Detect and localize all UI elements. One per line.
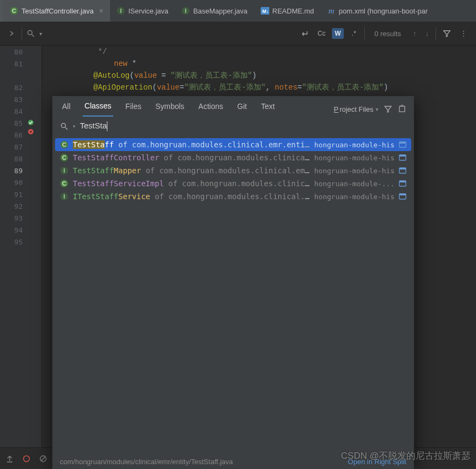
- svg-text:I: I: [63, 193, 65, 200]
- line-number: 82: [0, 81, 27, 93]
- tab-label: IService.java: [128, 7, 168, 15]
- result-row[interactable]: CTestStaffController of com.hongruan.mod…: [52, 151, 414, 164]
- result-row[interactable]: IITestStaffService of com.hongruan.modul…: [52, 190, 414, 203]
- svg-point-14: [24, 456, 30, 461]
- result-module: hongruan-module-his: [314, 141, 395, 149]
- svg-text:M↓: M↓: [262, 9, 269, 14]
- result-module: hongruan-module-his: [314, 167, 395, 175]
- svg-rect-35: [399, 181, 406, 182]
- dialog-footer: com/hongruan/modules/clinical/emr/entity…: [52, 453, 414, 469]
- result-row[interactable]: CTestStaff of com.hongruan.modules.clini…: [55, 138, 411, 151]
- no-bookmark-icon[interactable]: [39, 454, 47, 463]
- svg-rect-23: [399, 142, 406, 144]
- dialog-tab-git[interactable]: Git: [235, 102, 249, 116]
- interface-icon: I: [117, 6, 125, 15]
- filter-icon[interactable]: [443, 29, 451, 38]
- interface-icon: I: [181, 6, 190, 15]
- dialog-search-input[interactable]: TestSta: [80, 121, 406, 131]
- separator: [364, 27, 365, 40]
- prev-match-icon[interactable]: ↑: [413, 29, 417, 38]
- result-module: hongruan-module-his: [314, 193, 395, 201]
- svg-rect-17: [399, 106, 405, 112]
- svg-line-10: [32, 35, 34, 37]
- dialog-controls: Project Files ▾: [334, 105, 406, 113]
- pin-icon[interactable]: [398, 105, 406, 113]
- line-number: 90: [0, 176, 27, 188]
- dialog-tabs: AllClassesFilesSymbolsActionsGitText Pro…: [52, 96, 414, 117]
- module-icon: [399, 141, 406, 148]
- line-number: 95: [0, 236, 27, 248]
- svg-rect-31: [399, 168, 406, 169]
- file-tab[interactable]: mpom.xml (hongruan-boot-par: [321, 0, 434, 22]
- class-icon: C: [60, 153, 69, 162]
- line-number: 83: [0, 93, 27, 105]
- tab-label: README.md: [273, 7, 314, 15]
- svg-text:C: C: [62, 180, 66, 187]
- module-icon: [399, 193, 406, 200]
- scope-selector[interactable]: Project Files ▾: [334, 105, 378, 113]
- whole-word-toggle[interactable]: W: [332, 28, 344, 39]
- regex-toggle[interactable]: .*: [348, 28, 360, 39]
- interface-icon: I: [60, 192, 69, 201]
- chevron-right-icon[interactable]: [6, 28, 17, 39]
- file-tab[interactable]: IBaseMapper.java: [175, 0, 254, 22]
- filter-icon[interactable]: [384, 105, 392, 113]
- maven-icon: m: [327, 6, 336, 15]
- line-number: 81: [0, 58, 27, 70]
- dialog-tab-all[interactable]: All: [60, 102, 73, 116]
- gutter-line-numbers: 80818283848586878889909192939495: [0, 46, 27, 469]
- tab-label: TestStaffController.java: [22, 7, 93, 15]
- result-module: hongruan-module-his: [314, 154, 395, 162]
- result-module: hongruan-module-...: [314, 180, 395, 188]
- result-name: TestStaffController of com.hongruan.modu…: [73, 153, 310, 162]
- line-number: 92: [0, 200, 27, 212]
- dialog-tab-files[interactable]: Files: [123, 102, 144, 116]
- code-line[interactable]: new *: [42, 58, 476, 70]
- dialog-tab-text[interactable]: Text: [259, 102, 277, 116]
- result-row[interactable]: ITestStaffMapper of com.hongruan.modules…: [52, 164, 414, 177]
- separator: [436, 27, 436, 40]
- line-number: 85: [0, 117, 27, 129]
- code-line[interactable]: @ApiOperation(value="测试表，员工表-添加", notes=…: [42, 81, 476, 93]
- open-right-split-link[interactable]: Open in Right Split: [348, 458, 406, 466]
- svg-text:C: C: [12, 8, 16, 14]
- search-icon[interactable]: [26, 29, 35, 38]
- svg-text:m: m: [328, 6, 334, 15]
- dialog-tab-classes[interactable]: Classes: [83, 101, 114, 117]
- line-number: 80: [0, 46, 27, 58]
- search-everywhere-dialog: AllClassesFilesSymbolsActionsGitText Pro…: [52, 96, 414, 469]
- dropdown-caret-icon[interactable]: ▾: [73, 124, 76, 129]
- match-case-toggle[interactable]: Cc: [316, 28, 328, 39]
- svg-text:C: C: [62, 141, 66, 148]
- more-icon[interactable]: ⋮: [460, 29, 467, 38]
- svg-point-9: [28, 31, 32, 35]
- module-icon: [399, 180, 406, 187]
- file-tab[interactable]: M↓README.md: [254, 0, 321, 22]
- close-icon[interactable]: ×: [99, 6, 103, 15]
- class-icon: C: [60, 179, 69, 188]
- svg-line-19: [65, 127, 67, 130]
- tab-label: pom.xml (hongruan-boot-par: [339, 7, 428, 15]
- line-number: 89: [0, 165, 27, 176]
- result-name: TestStaffMapper of com.hongruan.modules.…: [73, 166, 310, 175]
- module-icon: [399, 167, 406, 174]
- result-name: TestStaffServiceImpl of com.hongruan.mod…: [73, 179, 310, 188]
- file-tab[interactable]: CTestStaffController.java×: [3, 0, 110, 22]
- svg-rect-27: [399, 155, 406, 157]
- dialog-tab-actions[interactable]: Actions: [196, 102, 226, 116]
- dropdown-caret-icon[interactable]: ▾: [39, 31, 42, 37]
- svg-text:C: C: [62, 154, 66, 161]
- next-match-icon[interactable]: ↓: [425, 29, 429, 38]
- code-line[interactable]: @AutoLog(value = "测试表，员工表-添加"): [42, 70, 476, 81]
- breakpoint-icon[interactable]: [23, 455, 30, 463]
- md-icon: M↓: [261, 6, 269, 15]
- result-row[interactable]: CTestStaffServiceImpl of com.hongruan.mo…: [52, 177, 414, 190]
- result-name: TestStaff of com.hongruan.modules.clinic…: [73, 140, 310, 149]
- dialog-tab-symbols[interactable]: Symbols: [153, 102, 187, 116]
- gutter-marks: [27, 46, 42, 469]
- new-line-icon[interactable]: [300, 29, 309, 38]
- file-tab[interactable]: IIService.java: [110, 0, 175, 22]
- line-number: 86: [0, 129, 27, 141]
- upload-icon[interactable]: [5, 454, 14, 463]
- code-line[interactable]: */: [42, 46, 476, 58]
